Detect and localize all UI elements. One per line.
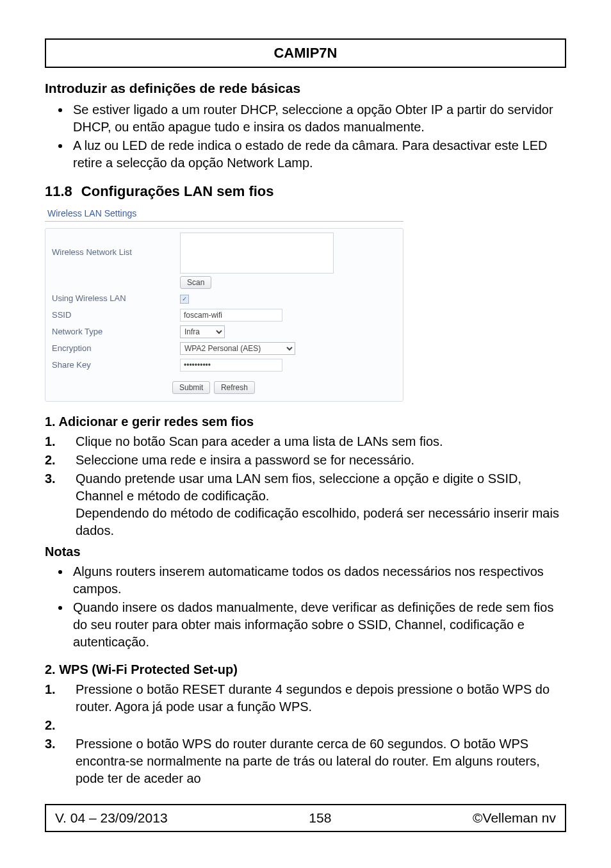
footer-center: 158 xyxy=(309,809,331,827)
label-network-list: Wireless Network List xyxy=(52,233,180,258)
step-number: 1. xyxy=(45,433,76,450)
footer-left: V. 04 – 23/09/2013 xyxy=(55,809,168,827)
intro-bullet: A luz ou LED de rede indica o estado de … xyxy=(70,137,566,172)
step-text xyxy=(76,717,566,734)
step-number: 3. xyxy=(45,735,76,787)
step-number: 2. xyxy=(45,452,76,469)
scan-button[interactable]: Scan xyxy=(180,276,211,289)
notas-bullet: Quando insere os dados manualmente, deve… xyxy=(70,599,566,651)
step-number: 3. xyxy=(45,470,76,539)
intro-list: Se estiver ligado a um router DHCP, sele… xyxy=(45,101,566,172)
step-text: Pressione o botão WPS do router durante … xyxy=(76,735,566,787)
wlan-settings-screenshot: Wireless LAN Settings Wireless Network L… xyxy=(45,208,403,402)
step-number: 2. xyxy=(45,717,76,734)
page-header: CAMIP7N xyxy=(45,38,566,68)
step-text: Seleccione uma rede e insira a password … xyxy=(76,452,566,469)
step-number: 1. xyxy=(45,681,76,716)
network-type-select[interactable]: Infra xyxy=(180,325,225,338)
section-number: 11.8 xyxy=(45,182,72,201)
sub2-heading: 2. WPS (Wi-Fi Protected Set-up) xyxy=(45,661,566,678)
sub2-steps: 1.Pressione o botão RESET durante 4 segu… xyxy=(45,681,566,787)
screenshot-body: Wireless Network List Scan Using Wireles… xyxy=(45,228,403,402)
label-ssid: SSID xyxy=(52,309,180,321)
sub1-heading: 1. Adicionar e gerir redes sem fios xyxy=(45,413,566,430)
network-list-box[interactable] xyxy=(180,233,334,274)
label-share-key: Share Key xyxy=(52,359,180,371)
submit-button[interactable]: Submit xyxy=(172,381,210,394)
section-heading: 11.8 Configurações LAN sem fios xyxy=(45,182,566,201)
step-text: Pressione o botão RESET durante 4 segund… xyxy=(76,681,566,716)
label-encryption: Encryption xyxy=(52,343,180,354)
intro-heading: Introduzir as definições de rede básicas xyxy=(45,79,566,97)
share-key-input[interactable] xyxy=(180,359,282,372)
section-title: Configurações LAN sem fios xyxy=(81,182,274,201)
ssid-input[interactable] xyxy=(180,309,282,322)
divider xyxy=(45,221,403,222)
footer-right: ©Velleman nv xyxy=(473,809,556,827)
refresh-button[interactable]: Refresh xyxy=(214,381,255,394)
step-text: Quando pretende usar uma LAN sem fios, s… xyxy=(76,470,566,539)
notas-heading: Notas xyxy=(45,543,566,561)
sub1-steps: 1.Clique no botão Scan para aceder a uma… xyxy=(45,433,566,539)
using-wlan-checkbox[interactable]: ✓ xyxy=(180,295,189,304)
label-using-wlan: Using Wireless LAN xyxy=(52,293,180,304)
encryption-select[interactable]: WPA2 Personal (AES) xyxy=(180,342,295,355)
intro-bullet: Se estiver ligado a um router DHCP, sele… xyxy=(70,101,566,136)
notas-bullet: Alguns routers inserem automaticame todo… xyxy=(70,563,566,598)
step-text: Clique no botão Scan para aceder a uma l… xyxy=(76,433,566,450)
screenshot-title: Wireless LAN Settings xyxy=(45,208,403,220)
label-network-type: Network Type xyxy=(52,326,180,338)
notas-list: Alguns routers inserem automaticame todo… xyxy=(45,563,566,651)
page-footer: V. 04 – 23/09/2013 158 ©Velleman nv xyxy=(45,804,566,832)
